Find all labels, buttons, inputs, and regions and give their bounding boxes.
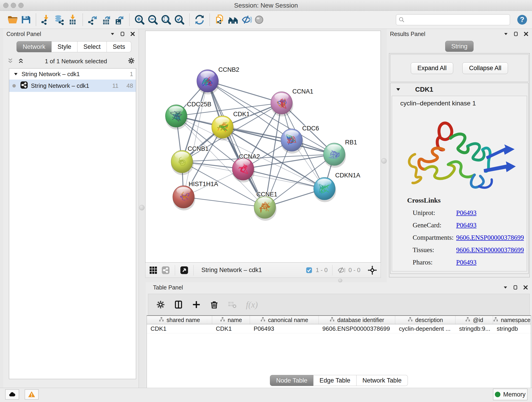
table-panel-menu-icon[interactable] xyxy=(503,285,508,290)
status-bar: Memory xyxy=(0,388,532,402)
grid-view-icon[interactable] xyxy=(149,266,158,275)
refresh-icon[interactable] xyxy=(193,13,206,26)
cell-description[interactable]: cyclin-dependent ... xyxy=(395,325,456,332)
memory-button[interactable]: Memory xyxy=(493,389,527,400)
detach-view-icon[interactable] xyxy=(180,266,189,275)
tab-sets[interactable]: Sets xyxy=(107,41,131,52)
fit-content-crosshair-icon[interactable] xyxy=(367,265,377,275)
tab-network-table[interactable]: Network Table xyxy=(356,375,408,386)
network-node-HIST1H1A[interactable]: HIST1H1A xyxy=(173,181,218,211)
column-header[interactable]: namespace xyxy=(493,316,530,324)
network-node-CCNA2[interactable]: CCNA2 xyxy=(232,153,260,182)
column-header[interactable]: description xyxy=(395,316,456,324)
selected-checkbox-icon[interactable] xyxy=(306,267,312,274)
results-panel-close-icon[interactable] xyxy=(523,31,529,37)
zoom-selected-icon[interactable] xyxy=(173,13,186,26)
cell-id[interactable]: stringdb:9... xyxy=(456,325,493,332)
delete-row-icon[interactable] xyxy=(210,300,219,309)
tab-network[interactable]: Network xyxy=(17,41,51,52)
cell-shared-name[interactable]: CDK1 xyxy=(147,325,212,332)
help-icon[interactable]: ? xyxy=(515,13,529,26)
clone-network-icon[interactable] xyxy=(213,13,226,26)
tree-expander-icon[interactable] xyxy=(13,71,18,77)
network-row-selected[interactable]: String Network – cdk1 11 48 xyxy=(9,80,136,92)
toolbar-separator xyxy=(189,13,190,26)
search-input[interactable] xyxy=(407,15,506,24)
crosslink-link[interactable]: P06493 xyxy=(456,221,476,229)
node-label: CDKN1A xyxy=(335,172,360,179)
open-icon[interactable] xyxy=(6,13,19,26)
column-header[interactable]: name xyxy=(212,316,250,324)
crosslink-label: Pharos: xyxy=(392,259,456,266)
collapse-all-button[interactable]: Collapse All xyxy=(462,62,508,74)
cell-name[interactable]: CDK1 xyxy=(212,325,250,332)
table-row[interactable]: CDK1 CDK1 P06493 9606.ENSP00000378699 cy… xyxy=(147,324,531,333)
warning-icon[interactable] xyxy=(25,389,38,400)
hide-panel-icon[interactable] xyxy=(240,13,253,26)
import-database-icon[interactable] xyxy=(53,13,66,26)
collapse-all-icon[interactable] xyxy=(7,57,14,65)
expand-all-button[interactable]: Expand All xyxy=(411,62,453,74)
crosslink-link[interactable]: P06493 xyxy=(456,259,476,266)
control-panel-close-icon[interactable] xyxy=(130,31,135,37)
crosslink-link[interactable]: P06493 xyxy=(456,209,476,217)
import-table-icon[interactable] xyxy=(66,13,79,26)
network-node-CCNA1[interactable]: CCNA1 xyxy=(271,88,313,116)
cloud-icon[interactable] xyxy=(5,389,19,400)
cell-namespace[interactable]: stringdb xyxy=(493,325,530,332)
network-collection-row[interactable]: String Network – cdk1 1 xyxy=(9,69,136,80)
tab-node-table[interactable]: Node Table xyxy=(270,375,313,386)
zoom-fit-icon[interactable] xyxy=(159,13,173,26)
bottom-splitter-handle[interactable] xyxy=(338,279,342,282)
network-node-CCNE1[interactable]: CCNE1 xyxy=(254,191,278,221)
string-home-icon[interactable] xyxy=(226,13,240,26)
section-expander-icon[interactable] xyxy=(395,87,401,92)
table-panel-close-icon[interactable] xyxy=(523,285,528,290)
table-panel-float-icon[interactable] xyxy=(513,285,518,290)
column-header[interactable]: @id xyxy=(456,316,493,324)
network-options-gear-icon[interactable] xyxy=(128,57,135,65)
export-table-icon[interactable] xyxy=(99,13,113,26)
column-header[interactable]: database identifier xyxy=(319,316,395,324)
column-header[interactable]: canonical name xyxy=(250,316,319,324)
network-node-CCNB1[interactable]: CCNB1 xyxy=(171,145,209,175)
export-image-icon[interactable] xyxy=(113,13,126,26)
right-splitter-handle[interactable] xyxy=(381,158,387,164)
expand-all-icon[interactable] xyxy=(17,57,24,65)
crosslink-row: Tissues: 9606.ENSP00000378699 xyxy=(392,246,527,254)
cell-database-identifier[interactable]: 9606.ENSP00000378699 xyxy=(319,325,395,332)
tab-edge-table[interactable]: Edge Table xyxy=(313,375,356,386)
add-row-icon[interactable] xyxy=(192,300,201,309)
crosslink-link[interactable]: 9606.ENSP00000378699 xyxy=(456,234,524,241)
network-node-CDKN1A[interactable]: CDKN1A xyxy=(314,172,360,202)
svg-text:?: ? xyxy=(520,16,525,24)
import-network-icon[interactable] xyxy=(39,13,53,26)
column-header[interactable]: shared name xyxy=(147,316,212,324)
crosslink-row: Compartments: 9606.ENSP00000378699 xyxy=(392,234,527,241)
show-columns-icon[interactable] xyxy=(174,300,183,309)
sort-icon xyxy=(260,317,266,323)
show-panel-icon[interactable] xyxy=(253,13,266,26)
network-view-toolbar: String Network – cdk1 1 - 0 0 - 0 xyxy=(145,263,381,278)
tab-string[interactable]: String xyxy=(445,41,474,52)
crosslink-link[interactable]: 9606.ENSP00000378699 xyxy=(456,246,524,254)
left-splitter-handle[interactable] xyxy=(139,205,145,211)
network-canvas[interactable]: CCNB2 CCNA1 CDC25B CDK1 CDC6 RB1 CCNB1 xyxy=(145,31,381,263)
network-node-CCNB2[interactable]: CCNB2 xyxy=(197,66,239,95)
network-overview-icon[interactable] xyxy=(161,266,170,275)
tab-select[interactable]: Select xyxy=(77,41,107,52)
zoom-in-icon[interactable] xyxy=(133,13,146,26)
control-panel-float-icon[interactable] xyxy=(120,31,125,37)
table-settings-icon[interactable] xyxy=(156,300,165,309)
network-node-CDK1[interactable]: CDK1 xyxy=(212,111,250,140)
zoom-out-icon[interactable] xyxy=(146,13,159,26)
table-toolbar: f(x) xyxy=(148,294,530,315)
results-panel-float-icon[interactable] xyxy=(513,31,519,37)
results-panel-menu-icon[interactable] xyxy=(503,31,509,37)
save-icon[interactable] xyxy=(19,13,32,26)
network-node-RB1[interactable]: RB1 xyxy=(323,139,357,168)
tab-style[interactable]: Style xyxy=(51,41,77,52)
cell-canonical-name[interactable]: P06493 xyxy=(250,325,319,332)
export-network-icon[interactable] xyxy=(86,13,99,26)
control-panel-menu-icon[interactable] xyxy=(110,31,115,37)
